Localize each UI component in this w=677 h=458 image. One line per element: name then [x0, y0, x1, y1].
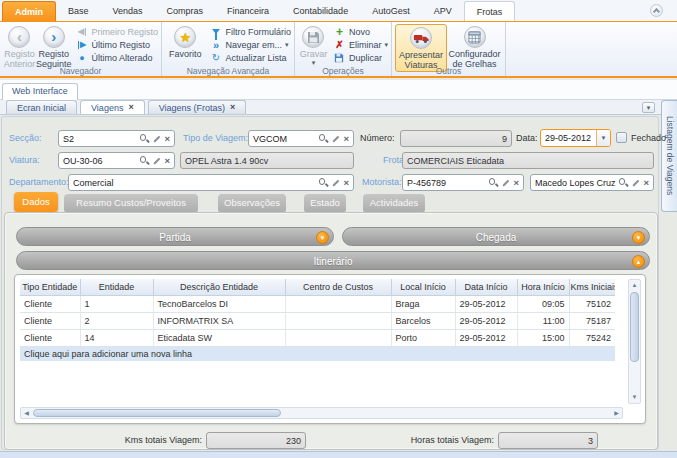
calendar-dropdown-button[interactable]: ▼	[596, 130, 610, 146]
clear-icon[interactable]: ×	[343, 134, 349, 144]
ribbon-tab-contabilidade[interactable]: Contabilidade	[281, 1, 360, 21]
favorito-button[interactable]: ★ Favorito	[165, 24, 205, 60]
tipo-viagem-field[interactable]: ×	[248, 130, 354, 147]
collapse-ribbon-button[interactable]	[650, 4, 663, 17]
ribbon-tab-vendas[interactable]: Vendas	[101, 1, 155, 21]
cell[interactable]: Eticadata SW	[153, 329, 285, 346]
edit-icon[interactable]	[152, 134, 161, 144]
cell[interactable]	[285, 295, 391, 312]
cell[interactable]: TecnoBarcelos DI	[153, 295, 285, 312]
registo-anterior-button[interactable]: ‹ Registo Anterior	[3, 24, 36, 69]
cell[interactable]: 75242	[569, 329, 615, 346]
clear-icon[interactable]: ×	[164, 156, 170, 166]
scroll-right-icon[interactable]: ▶	[611, 408, 622, 418]
fechado-checkbox[interactable]	[616, 132, 627, 143]
ribbon-tab-admin[interactable]: Admin	[2, 1, 56, 21]
listagem-viagens-side-tab[interactable]: Listagem de Viagens	[661, 100, 677, 212]
navegar-em-button[interactable]: » Navegar em... ▾	[209, 38, 291, 51]
primeiro-registo-button[interactable]: ◀ Primeiro Registo	[75, 25, 158, 38]
eliminar-button[interactable]: ✗ Eliminar ▾	[333, 38, 388, 51]
column-header[interactable]: Local Início	[391, 279, 455, 295]
column-header[interactable]: Centro de Custos	[285, 279, 391, 295]
search-icon[interactable]	[488, 178, 498, 188]
viatura-field[interactable]: ×	[58, 152, 175, 169]
clear-icon[interactable]: ×	[343, 178, 349, 188]
ultimo-alterado-button[interactable]: ● Último Alterado	[75, 51, 158, 64]
seccao-input[interactable]	[63, 134, 139, 144]
table-row[interactable]: Cliente 1 TecnoBarcelos DI Braga 29-05-2…	[20, 295, 615, 312]
table-row[interactable]: Cliente 2 INFORMATRIX SA Barcelos 29-05-…	[20, 312, 615, 329]
registo-seguinte-button[interactable]: › Registo Seguinte	[36, 24, 72, 69]
add-new-row[interactable]: Clique aqui para adicionar uma nova linh…	[20, 347, 615, 361]
data-input[interactable]	[541, 130, 596, 146]
cell[interactable]: 15:00	[517, 329, 569, 346]
scroll-down-icon[interactable]: ▼	[629, 392, 640, 403]
clear-icon[interactable]: ×	[643, 178, 649, 188]
edit-icon[interactable]	[501, 178, 510, 188]
motorista-field[interactable]: ×	[402, 174, 524, 191]
search-icon[interactable]	[318, 134, 328, 144]
motorista-nome-field[interactable]: ×	[530, 174, 654, 191]
cell[interactable]: 29-05-2012	[455, 312, 517, 329]
search-icon[interactable]	[318, 178, 328, 188]
search-icon[interactable]	[139, 134, 149, 144]
cell[interactable]: Braga	[391, 295, 455, 312]
scroll-left-icon[interactable]: ◀	[21, 408, 32, 418]
edit-icon[interactable]	[331, 178, 340, 188]
chegada-section-header[interactable]: Chegada ▼	[342, 227, 650, 246]
column-header[interactable]: Hora Início	[517, 279, 569, 295]
cell[interactable]: Cliente	[20, 329, 80, 346]
tab-estado[interactable]: Estado	[304, 194, 346, 212]
chevron-down-circle-icon[interactable]: ▼	[632, 231, 645, 244]
cell[interactable]: 75102	[569, 295, 615, 312]
tipo-viagem-input[interactable]	[253, 134, 318, 144]
tab-viagens-frotas[interactable]: Viagens (Frotas) ×	[148, 100, 247, 114]
column-header[interactable]: Descrição Entidade	[153, 279, 285, 295]
clear-icon[interactable]: ×	[513, 178, 519, 188]
ribbon-tab-frotas[interactable]: Frotas	[464, 1, 516, 21]
tab-ecran-inicial[interactable]: Ecran Inicial	[6, 100, 77, 114]
tab-actividades[interactable]: Actividades	[363, 194, 425, 212]
cell[interactable]: 09:05	[517, 295, 569, 312]
partida-section-header[interactable]: Partida ▼	[16, 227, 334, 246]
column-header[interactable]: Entidade	[80, 279, 153, 295]
apresentar-viaturas-button[interactable]: Apresentar Viaturas	[395, 24, 447, 72]
seccao-field[interactable]: ×	[58, 130, 175, 147]
tab-dados[interactable]: Dados	[14, 192, 58, 212]
edit-icon[interactable]	[152, 156, 161, 166]
search-icon[interactable]	[618, 178, 628, 188]
tab-list-dropdown-button[interactable]: ▼	[642, 102, 655, 113]
column-header[interactable]: Kms Iniciais	[569, 279, 615, 295]
ultimo-registo-button[interactable]: ▶ Último Registo	[75, 38, 158, 51]
horizontal-scrollbar[interactable]: ◀ ▶	[20, 407, 623, 419]
viatura-input[interactable]	[63, 156, 139, 166]
cell[interactable]: 75187	[569, 312, 615, 329]
cell[interactable]: Barcelos	[391, 312, 455, 329]
motorista-nome-input[interactable]	[535, 178, 618, 188]
cell[interactable]: 1	[80, 295, 153, 312]
table-row[interactable]: Cliente 14 Eticadata SW Porto 29-05-2012…	[20, 329, 615, 346]
cell[interactable]: Porto	[391, 329, 455, 346]
cell[interactable]: Cliente	[20, 312, 80, 329]
ribbon-tab-apv[interactable]: APV	[422, 1, 464, 21]
search-icon[interactable]	[139, 156, 149, 166]
chevron-up-circle-icon[interactable]: ▲	[632, 255, 645, 268]
cell[interactable]: Cliente	[20, 295, 80, 312]
cell[interactable]: 29-05-2012	[455, 329, 517, 346]
departamento-input[interactable]	[73, 178, 318, 188]
cell[interactable]: INFORMATRIX SA	[153, 312, 285, 329]
cell[interactable]: 11:00	[517, 312, 569, 329]
configurador-grelhas-button[interactable]: Configurador de Grelhas	[447, 24, 502, 69]
column-header[interactable]: Data Início	[455, 279, 517, 295]
clear-icon[interactable]: ×	[164, 134, 170, 144]
cell[interactable]: 2	[80, 312, 153, 329]
novo-button[interactable]: + Novo	[333, 25, 388, 38]
horizontal-scrollbar-thumb[interactable]	[33, 409, 281, 417]
tab-observacoes[interactable]: Observações	[218, 194, 286, 212]
ribbon-tab-autogest[interactable]: AutoGest	[360, 1, 422, 21]
departamento-field[interactable]: ×	[68, 174, 354, 191]
cell[interactable]: 14	[80, 329, 153, 346]
edit-icon[interactable]	[331, 134, 340, 144]
ribbon-tab-financeira[interactable]: Financeira	[215, 1, 281, 21]
column-header[interactable]: Tipo Entidade	[20, 279, 80, 295]
